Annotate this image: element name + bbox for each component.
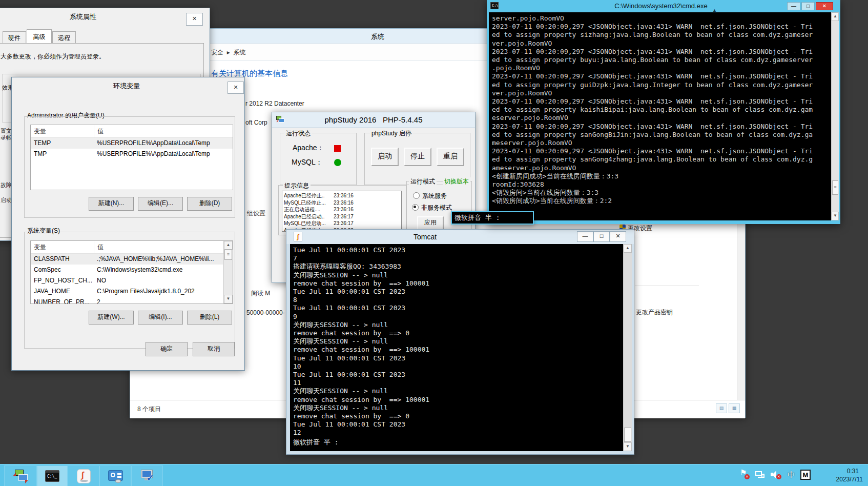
cmd-window: C:\ C:\Windows\system32\cmd.exe — □ ✕ se… <box>487 0 840 224</box>
tray-hidden-icons-arrow[interactable]: ▲ <box>712 8 717 13</box>
scrollbar-thumb[interactable]: ≡ <box>224 250 232 260</box>
service-mode-text[interactable]: 系统服务 <box>422 192 447 200</box>
cell: MySQL已经启动... <box>284 220 326 227</box>
view-thumbnail-button[interactable]: ▦ <box>729 403 740 413</box>
env-var-row[interactable]: TMP%USERPROFILE%\AppData\Local\Temp <box>31 149 233 159</box>
system-table-scrollbar[interactable]: ▲ ≡ ▼ <box>223 241 233 303</box>
system-new-button[interactable]: 新建(W)... <box>89 311 134 325</box>
service-mode-radio[interactable] <box>413 192 420 199</box>
maximize-button[interactable]: □ <box>593 231 610 242</box>
phpstudy-icon <box>13 470 28 483</box>
cmd-console[interactable]: server.pojo.RoomVO2023-07-11 00:20:09,29… <box>489 12 831 220</box>
cancel-button[interactable]: 取消 <box>193 342 235 356</box>
col-variable[interactable]: 变量 <box>31 125 94 137</box>
ime-mode-indicator[interactable]: M <box>800 470 811 480</box>
taskbar-clock[interactable]: 0:31 2023/7/11 <box>820 467 865 485</box>
view-list-button[interactable]: ▤ <box>716 403 727 413</box>
taskbar-item-phpstudy[interactable] <box>4 465 37 486</box>
ok-button[interactable]: 确定 <box>146 342 188 356</box>
messages-listbox[interactable]: Apache已经停止..23:36:16MySQL已经停止...23:36:16… <box>282 191 402 232</box>
tomcat-console[interactable]: Tue Jul 11 00:00:01 CST 20237搭建请联系嘎嘎客服QQ… <box>290 244 623 451</box>
cell: CLASSPATH <box>31 254 94 265</box>
scroll-up-arrow[interactable]: ▲ <box>224 241 233 250</box>
console-line: 8 <box>293 296 429 304</box>
console-line: ed to assign property sanGong4zhang:java… <box>492 155 813 164</box>
volume-muted-icon[interactable]: ✕ <box>771 470 782 479</box>
scrollbar-thumb[interactable] <box>624 428 631 442</box>
console-line: Tue Jul 11 00:00:01 CST 2023 <box>293 246 429 254</box>
cmd-scrollbar[interactable]: ▲ ≡ ▼ <box>831 12 839 220</box>
console-line: 2023-07-11 00:20:09,297 <JSONObject.java… <box>492 147 813 155</box>
workgroup-fragment: 组设置 <box>247 209 265 218</box>
console-line: 7 <box>293 254 429 262</box>
nonservice-mode-radio[interactable] <box>412 204 419 211</box>
scroll-up-arrow[interactable]: ▲ <box>832 12 839 21</box>
cell: ComSpec <box>31 265 94 275</box>
nonservice-mode-text[interactable]: 非服务模式 <box>421 204 452 212</box>
system-delete-button[interactable]: 删除(L) <box>187 311 232 325</box>
scrollbar-thumb[interactable]: ≡ <box>832 180 838 195</box>
user-new-button[interactable]: 新建(N)... <box>89 197 134 211</box>
user-table-header[interactable]: 变量 值 <box>31 125 233 138</box>
cmd-titlebar[interactable]: C:\ C:\Windows\system32\cmd.exe — □ ✕ <box>487 0 840 12</box>
action-center-flag-icon[interactable]: ⚑ ✕ <box>740 470 750 480</box>
ime-language-indicator[interactable]: 中 <box>788 470 795 480</box>
taskbar-item-pc-check[interactable]: ✓ <box>131 465 163 486</box>
system-edit-button[interactable]: 编辑(I)... <box>138 311 183 325</box>
env-var-row[interactable]: CLASSPATH.;%JAVA_HOME%\lib;%JAVA_HOME%\l… <box>31 254 223 265</box>
env-var-row[interactable]: TEMP%USERPROFILE%\AppData\Local\Temp <box>31 138 233 149</box>
close-button[interactable]: ✕ <box>816 2 833 10</box>
env-var-row[interactable]: FP_NO_HOST_CH...NO <box>31 275 223 286</box>
cell: %USERPROFILE%\AppData\Local\Temp <box>94 149 233 159</box>
scroll-up-arrow[interactable]: ▲ <box>624 244 632 253</box>
cmd-icon: C:\_ <box>45 470 59 482</box>
close-button[interactable]: ✕ <box>610 231 626 242</box>
tomcat-scrollbar[interactable]: ▲ ▼ <box>623 244 632 451</box>
taskbar-item-cmd[interactable]: C:\_ <box>37 465 68 486</box>
maximize-button[interactable]: □ <box>801 2 815 10</box>
start-button[interactable]: 启动 <box>371 148 399 166</box>
network-icon[interactable] <box>755 471 766 479</box>
user-edit-button[interactable]: 编辑(E)... <box>138 197 183 211</box>
console-line: ver.pojo.RoomVO <box>492 89 813 97</box>
scroll-down-arrow[interactable]: ▼ <box>832 212 839 220</box>
env-var-row[interactable]: ComSpecC:\Windows\system32\cmd.exe <box>31 265 223 275</box>
tab-advanced[interactable]: 高级 <box>27 29 52 45</box>
sysprops-close-button[interactable]: ✕ <box>186 13 203 26</box>
console-line: 关闭聊天SESSION -- > null <box>293 271 429 279</box>
envvars-close-button[interactable]: ✕ <box>228 82 244 94</box>
ime-status-text: 微软拼音 半 : <box>293 438 338 447</box>
cell: NUMBER_OF_PR... <box>31 297 94 304</box>
restart-button[interactable]: 重启 <box>437 148 464 166</box>
stop-button[interactable]: 停止 <box>404 148 431 166</box>
console-line: ed to assign property guiDzpk:java.lang.… <box>492 81 813 89</box>
console-line: remove chat session by ==> 0 <box>293 412 429 420</box>
scroll-down-arrow[interactable]: ▼ <box>224 295 233 303</box>
system-table-header[interactable]: 变量 值 <box>31 241 233 254</box>
license-link-fragment[interactable]: 阅读 M <box>251 289 270 298</box>
env-var-row[interactable]: NUMBER_OF_PR...2 <box>31 297 223 304</box>
scroll-down-arrow[interactable]: ▼ <box>624 442 632 451</box>
envvars-titlebar[interactable]: 环境变量 <box>12 77 244 93</box>
phpstudy-titlebar[interactable]: phpStudy 2016 PHP-5.4.45 <box>272 112 475 128</box>
minimize-button[interactable]: — <box>577 231 593 242</box>
taskbar-item-control-panel[interactable] <box>99 465 131 486</box>
minimize-button[interactable]: — <box>787 2 800 10</box>
environment-variables-dialog: 环境变量 ✕ Administrator 的用户变量(U) 变量 值 TEMP%… <box>11 77 245 371</box>
breadcrumb[interactable]: 安全 ▸ 系统 <box>211 48 245 57</box>
cell: C:\Program Files\Java\jdk1.8.0_202 <box>94 286 223 297</box>
tomcat-titlebar[interactable]: ∫ Tomcat — □ ✕ <box>286 230 634 244</box>
apply-button[interactable]: 应用 <box>417 216 444 231</box>
user-delete-button[interactable]: 删除(D) <box>187 197 232 211</box>
sysprops-titlebar[interactable]: 系统属性 <box>0 8 210 24</box>
apache-status-stopped-indicator <box>334 145 341 152</box>
col-value[interactable]: 值 <box>94 125 104 137</box>
taskbar-item-java[interactable]: ∫ <box>68 465 99 486</box>
items-count: 8 个项目 <box>137 405 161 414</box>
env-var-row[interactable]: JAVA_HOMEC:\Program Files\Java\jdk1.8.0_… <box>31 286 223 297</box>
col-variable[interactable]: 变量 <box>31 241 94 253</box>
switch-version-link[interactable]: 切换版本 <box>443 177 470 186</box>
col-value[interactable]: 值 <box>94 241 104 253</box>
change-product-key-link[interactable]: 更改产品密钥 <box>636 308 673 317</box>
admin-note: 大多数更改，你必须作为管理员登录。 <box>1 52 105 61</box>
